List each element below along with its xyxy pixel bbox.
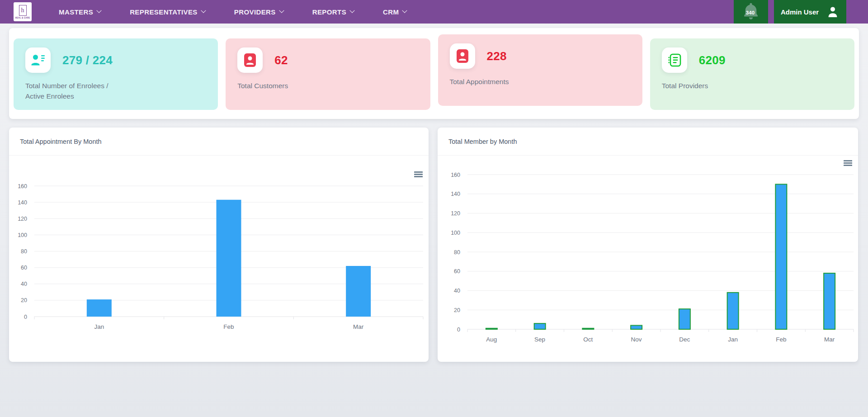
chart-bar-jan[interactable] bbox=[727, 293, 739, 329]
x-axis-category-label: Dec bbox=[679, 336, 690, 343]
chart-card-members-by-month: Total Member by Month 020406080100120140… bbox=[438, 128, 858, 362]
navbar-right: 340 Admin User bbox=[734, 0, 846, 24]
chart-menu-icon[interactable] bbox=[414, 171, 423, 179]
chart-bar-feb[interactable] bbox=[217, 200, 241, 317]
stat-value: 62 bbox=[274, 53, 288, 67]
y-axis-tick-label: 0 bbox=[24, 314, 27, 320]
chart-bar-jan[interactable] bbox=[87, 299, 112, 317]
bar-chart-appointments: 020406080100120140160JanFebMar bbox=[9, 156, 429, 362]
y-axis-tick-label: 20 bbox=[454, 307, 460, 313]
chart-header: Total Member by Month bbox=[438, 128, 858, 156]
stats-panel: 279 / 224 Total Number of Enrolees / Act… bbox=[9, 28, 859, 119]
x-axis-category-label: Feb bbox=[223, 323, 234, 330]
logo-letter: h bbox=[19, 5, 27, 16]
chevron-down-icon bbox=[96, 8, 101, 13]
x-axis-category-label: Nov bbox=[631, 336, 642, 343]
y-axis-tick-label: 140 bbox=[451, 191, 460, 197]
notifications-button[interactable]: 340 bbox=[734, 0, 768, 24]
x-axis-category-label: Mar bbox=[824, 336, 835, 343]
x-axis-category-label: Feb bbox=[776, 336, 786, 343]
chart-menu-icon[interactable] bbox=[844, 160, 852, 167]
stat-label: Total Providers bbox=[662, 81, 843, 91]
icon-box bbox=[25, 47, 51, 73]
y-axis-tick-label: 160 bbox=[18, 183, 27, 190]
y-axis-tick-label: 0 bbox=[457, 327, 460, 333]
chart-bar-nov[interactable] bbox=[631, 325, 642, 329]
logo-subtext: HEAL & CARE bbox=[15, 17, 30, 19]
top-navbar: h HEAL & CARE MASTERS REPRESENTATIVES PR… bbox=[0, 0, 868, 24]
chart-header: Total Appointment By Month bbox=[9, 128, 429, 156]
y-axis-tick-label: 60 bbox=[454, 268, 460, 275]
user-name: Admin User bbox=[781, 8, 819, 16]
y-axis-tick-label: 100 bbox=[451, 230, 460, 236]
chevron-down-icon bbox=[201, 8, 206, 13]
x-axis-category-label: Sep bbox=[534, 336, 545, 343]
charts-row: Total Appointment By Month 0204060801001… bbox=[9, 128, 859, 362]
menu-item-reports[interactable]: REPORTS bbox=[312, 8, 354, 16]
stat-label: Total Number of Enrolees / Active Enrole… bbox=[25, 81, 206, 102]
y-axis-tick-label: 80 bbox=[454, 249, 460, 256]
y-axis-tick-label: 20 bbox=[21, 297, 27, 303]
chart-bar-mar[interactable] bbox=[824, 273, 835, 329]
menu-item-representatives[interactable]: REPRESENTATIVES bbox=[130, 8, 205, 16]
chevron-down-icon bbox=[402, 8, 407, 13]
user-icon bbox=[826, 5, 840, 19]
y-axis-tick-label: 120 bbox=[18, 216, 27, 222]
icon-box bbox=[237, 47, 263, 73]
menu-item-crm[interactable]: CRM bbox=[383, 8, 406, 16]
stat-card-appointments[interactable]: 228 Total Appointments bbox=[438, 34, 642, 106]
chart-bar-mar[interactable] bbox=[346, 266, 371, 317]
menu-label: REPORTS bbox=[312, 8, 346, 16]
chart-bar-aug[interactable] bbox=[486, 328, 497, 329]
x-axis-category-label: Oct bbox=[583, 336, 593, 343]
x-axis-category-label: Aug bbox=[486, 336, 497, 343]
y-axis-tick-label: 120 bbox=[451, 210, 460, 217]
chart-card-appointments-by-month: Total Appointment By Month 0204060801001… bbox=[9, 128, 429, 362]
chart-title: Total Appointment By Month bbox=[20, 138, 102, 145]
menu-label: REPRESENTATIVES bbox=[130, 8, 198, 16]
chart-bar-oct[interactable] bbox=[582, 328, 594, 329]
user-menu-button[interactable]: Admin User bbox=[774, 0, 846, 24]
stat-value: 279 / 224 bbox=[62, 53, 113, 67]
y-axis-tick-label: 40 bbox=[454, 288, 460, 294]
stat-card-enrolees[interactable]: 279 / 224 Total Number of Enrolees / Act… bbox=[14, 38, 218, 110]
stat-card-providers[interactable]: 6209 Total Providers bbox=[650, 38, 854, 110]
y-axis-tick-label: 140 bbox=[18, 199, 27, 206]
y-axis-tick-label: 100 bbox=[18, 232, 27, 238]
menu-label: PROVIDERS bbox=[234, 8, 276, 16]
x-axis-category-label: Jan bbox=[94, 323, 104, 330]
contact-card-icon bbox=[456, 49, 469, 63]
stat-label: Total Appointments bbox=[450, 76, 631, 87]
stat-label: Total Customers bbox=[237, 81, 418, 91]
bar-chart-members: 020406080100120140160AugSepOctNovDecJanF… bbox=[438, 156, 858, 362]
stat-value: 228 bbox=[487, 49, 507, 63]
chevron-down-icon bbox=[279, 8, 284, 13]
y-axis-tick-label: 80 bbox=[21, 248, 27, 255]
menu-item-masters[interactable]: MASTERS bbox=[59, 8, 101, 16]
app-logo[interactable]: h HEAL & CARE bbox=[14, 2, 32, 21]
y-axis-tick-label: 160 bbox=[451, 172, 460, 178]
stat-value: 6209 bbox=[699, 53, 726, 67]
menu-label: MASTERS bbox=[59, 8, 93, 16]
contact-card-icon bbox=[244, 53, 256, 67]
y-axis-tick-label: 40 bbox=[21, 281, 27, 287]
x-axis-category-label: Mar bbox=[353, 323, 364, 330]
main-menu: MASTERS REPRESENTATIVES PROVIDERS REPORT… bbox=[59, 0, 406, 24]
chart-bar-sep[interactable] bbox=[534, 323, 546, 329]
chart-title: Total Member by Month bbox=[448, 138, 517, 145]
users-list-icon bbox=[31, 53, 45, 67]
icon-box bbox=[662, 47, 687, 73]
clipboard-list-icon bbox=[667, 53, 682, 67]
notification-count-badge: 340 bbox=[746, 10, 755, 15]
chevron-down-icon bbox=[349, 8, 354, 13]
menu-label: CRM bbox=[383, 8, 399, 16]
icon-box bbox=[450, 43, 475, 69]
chart-bar-feb[interactable] bbox=[775, 184, 787, 329]
chart-bar-dec[interactable] bbox=[679, 309, 690, 329]
menu-item-providers[interactable]: PROVIDERS bbox=[234, 8, 283, 16]
stat-card-customers[interactable]: 62 Total Customers bbox=[226, 38, 430, 110]
x-axis-category-label: Jan bbox=[728, 336, 738, 343]
y-axis-tick-label: 60 bbox=[21, 265, 27, 271]
